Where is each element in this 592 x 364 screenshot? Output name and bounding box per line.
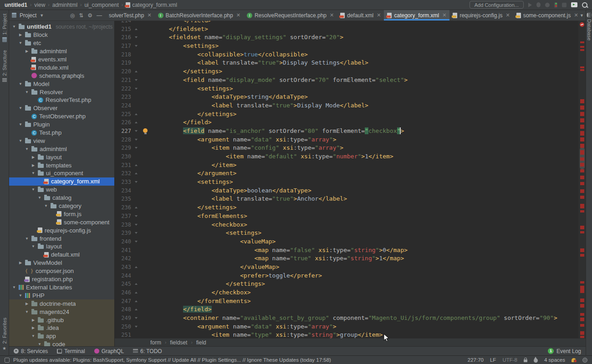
error-stripe-mark[interactable] xyxy=(580,196,584,199)
tree-item-test-php[interactable]: CTest.php xyxy=(9,129,114,137)
error-stripe-mark[interactable] xyxy=(580,281,584,283)
line-ending[interactable]: LF xyxy=(490,357,496,363)
tree-item-plugin[interactable]: ▼Plugin xyxy=(9,121,114,129)
close-tab-icon[interactable]: ✕ xyxy=(574,12,578,18)
tab-requirejs-config-js[interactable]: requirejs-config.js✕ xyxy=(449,10,513,20)
file-encoding[interactable]: UTF-8 xyxy=(502,357,517,363)
code-line-220[interactable]: 220 </settings> xyxy=(115,67,586,76)
chevron-down-icon[interactable]: ▼ xyxy=(18,41,23,45)
error-stripe-mark[interactable] xyxy=(580,226,584,229)
tree-item-layout[interactable]: ▶layout xyxy=(9,153,114,161)
error-stripe-mark[interactable] xyxy=(580,157,584,161)
toolstrip-structure[interactable]: 2: Structure xyxy=(2,50,7,82)
code-line-249[interactable]: 249 <container name="available_sort_by_g… xyxy=(115,314,586,323)
fold-toggle-icon[interactable] xyxy=(133,33,140,42)
chevron-right-icon[interactable]: ▶ xyxy=(18,261,23,265)
code-line-227[interactable]: 227 <field name="is_anchor" sortOrder="8… xyxy=(115,127,586,136)
fold-toggle-icon[interactable] xyxy=(133,297,140,306)
chevron-down-icon[interactable]: ▼ xyxy=(25,147,29,151)
error-stripe-mark[interactable] xyxy=(580,182,584,185)
tree-item-adminhtml[interactable]: ▶adminhtml xyxy=(9,47,114,56)
fold-toggle-icon[interactable] xyxy=(133,178,140,187)
hidden-tabs-chevron-icon[interactable]: ▼ xyxy=(578,13,586,18)
code-line-240[interactable]: 240 <valueMap> xyxy=(115,238,586,246)
error-stripe-mark[interactable] xyxy=(580,210,584,212)
chevron-down-icon[interactable]: ▼ xyxy=(18,106,23,110)
code-line-230[interactable]: 230 <item name="default" xsi:type="numbe… xyxy=(115,152,586,161)
code-line-241[interactable]: 241 <map name="false" xsi:type="string">… xyxy=(115,246,586,255)
chevron-down-icon[interactable]: ▼ xyxy=(25,310,29,314)
code-line-223[interactable]: 223 <dataType>string</dataType> xyxy=(115,93,586,101)
tree-item-frontend[interactable]: ▼frontend xyxy=(9,234,114,243)
error-stripe-mark[interactable] xyxy=(580,125,584,129)
error-stripe-mark[interactable] xyxy=(580,106,584,110)
close-tab-icon[interactable]: ✕ xyxy=(147,12,151,18)
error-stripe-mark[interactable] xyxy=(580,254,584,257)
tree-item-github[interactable]: ▶.github xyxy=(9,316,114,324)
chevron-down-icon[interactable]: ▼ xyxy=(37,342,42,346)
profiler-icon[interactable] xyxy=(545,3,550,7)
error-stripe-mark[interactable] xyxy=(580,131,584,136)
run-icon[interactable] xyxy=(528,3,532,7)
tree-item-ui-component[interactable]: ▼ui_component xyxy=(9,169,114,177)
chevron-right-icon[interactable]: ▶ xyxy=(25,49,29,53)
fold-toggle-icon[interactable] xyxy=(133,263,140,272)
breadcrumb-view[interactable]: view xyxy=(34,2,45,8)
error-stripe-mark[interactable] xyxy=(580,46,584,48)
chevron-right-icon[interactable]: ▶ xyxy=(25,302,29,306)
error-stripe-mark[interactable] xyxy=(580,324,584,327)
tree-item-external-libraries[interactable]: ▼External Libraries xyxy=(9,283,114,292)
chevron-right-icon[interactable]: ▶ xyxy=(18,33,23,37)
code-line-234[interactable]: 234 <dataType>boolean</dataType> xyxy=(115,187,586,195)
fold-toggle-icon[interactable] xyxy=(133,118,140,127)
chevron-right-icon[interactable]: ▶ xyxy=(31,326,36,330)
toolwindow-services[interactable]: 8: Services xyxy=(14,348,48,354)
error-stripe-mark[interactable] xyxy=(580,118,584,122)
tree-item-catalog[interactable]: ▼catalog xyxy=(9,194,114,202)
fold-toggle-icon[interactable] xyxy=(133,314,140,323)
fold-toggle-icon[interactable] xyxy=(133,136,140,144)
chevron-right-icon[interactable]: ▶ xyxy=(31,163,36,167)
add-configuration-button[interactable]: Add Configuration... xyxy=(470,1,524,9)
fold-toggle-icon[interactable] xyxy=(133,144,140,152)
code-line-243[interactable]: 243 </valueMap> xyxy=(115,263,586,272)
error-stripe-mark[interactable] xyxy=(580,304,584,308)
code-line-215[interactable]: 215 </fieldset> xyxy=(115,25,586,34)
close-tab-icon[interactable]: ✕ xyxy=(236,12,240,18)
error-stripe-mark[interactable] xyxy=(580,298,584,302)
close-tab-icon[interactable]: ✕ xyxy=(505,12,510,18)
code-line-235[interactable]: 235 <label translate="true">Anchor</labe… xyxy=(115,195,586,203)
code-line-228[interactable]: 228 <argument name="data" xsi:type="arra… xyxy=(115,136,586,144)
chevron-down-icon[interactable]: ▼ xyxy=(37,196,42,200)
file-errors-indicator-icon[interactable] xyxy=(580,22,584,27)
chevron-down-icon[interactable]: ▼ xyxy=(18,139,23,143)
error-stripe-mark[interactable] xyxy=(580,150,584,155)
chevron-down-icon[interactable]: ▼ xyxy=(18,82,23,86)
toolstrip-favorites[interactable]: ★2: Favorites xyxy=(2,318,7,351)
fold-toggle-icon[interactable] xyxy=(133,221,140,229)
code-line-229[interactable]: 229 <item name="config" xsi:type="array"… xyxy=(115,144,586,152)
tree-item-category-form-xml[interactable]: category_form.xml xyxy=(9,177,114,186)
tree-item-layout[interactable]: ▼layout xyxy=(9,243,114,251)
code-line-245[interactable]: 245 </settings> xyxy=(115,280,586,288)
fold-toggle-icon[interactable] xyxy=(133,203,140,212)
fold-toggle-icon[interactable] xyxy=(133,323,140,331)
error-stripe-mark[interactable] xyxy=(580,336,584,338)
chevron-down-icon[interactable]: ▼ xyxy=(12,25,16,29)
code-line-244[interactable]: 244 <prefer>toggle</prefer> xyxy=(115,272,586,280)
chevron-down-icon[interactable]: ▼ xyxy=(31,334,36,338)
hide-icon[interactable]: — xyxy=(97,12,102,19)
code-line-232[interactable]: 232 </argument> xyxy=(115,169,586,178)
chevron-right-icon[interactable]: ▶ xyxy=(31,318,36,322)
background-tasks-icon[interactable] xyxy=(582,358,587,363)
error-stripe-mark[interactable] xyxy=(580,169,584,172)
fold-toggle-icon[interactable] xyxy=(133,161,140,170)
tree-item-untitled1[interactable]: ▼untitled1sources root, ~/projects xyxy=(9,23,114,31)
fold-toggle-icon[interactable] xyxy=(133,238,140,246)
chevron-right-icon[interactable]: ▶ xyxy=(31,155,36,159)
tree-item-view[interactable]: ▼view xyxy=(9,136,114,145)
tree-item-category[interactable]: ▼category xyxy=(9,202,114,210)
code-line-217[interactable]: 217 <settings> xyxy=(115,42,586,51)
tab-resolverequestinterface-php[interactable]: IResolveRequestInterface.php✕ xyxy=(244,10,337,20)
code-line-216[interactable]: 216 <fieldset name="display_settings" so… xyxy=(115,33,586,42)
